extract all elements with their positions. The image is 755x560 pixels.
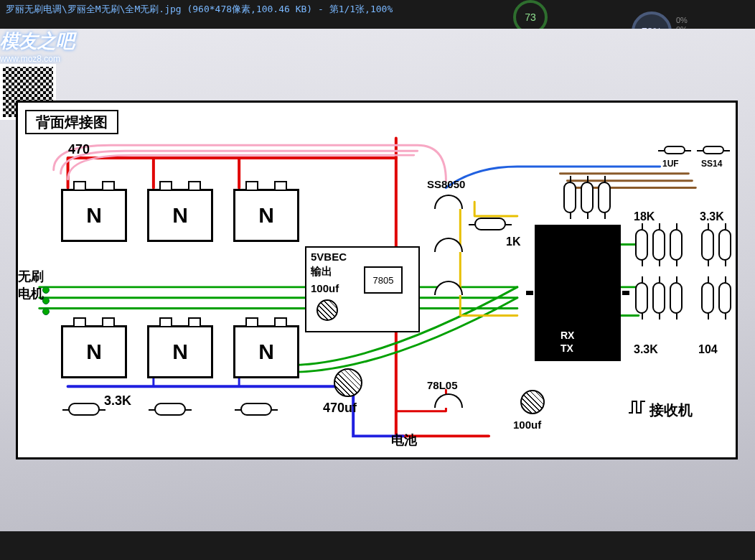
node-m3 — [42, 308, 50, 315]
res-18k-1 — [635, 229, 648, 261]
circuit-diagram: 背面焊接图 — [16, 101, 738, 459]
label-470uf: 470uf — [323, 401, 357, 416]
label-battery: 电池 — [391, 431, 417, 449]
label-100uf-a: 100uf — [311, 282, 339, 294]
label-3-3k-bottom: 3.3K — [634, 343, 658, 356]
mosfet-n6: N — [233, 325, 299, 378]
watermark-url: www.moz8.com — [0, 54, 755, 64]
res-33k-r1 — [701, 229, 714, 261]
label-18k: 18K — [634, 210, 655, 223]
reg-7805: 7805 — [364, 266, 403, 294]
label-rx: RX — [561, 330, 574, 341]
res-18k-3 — [670, 229, 683, 261]
mosfet-n2: N — [147, 189, 213, 242]
hud-green-value: 73 — [525, 11, 536, 23]
resistor-llow-1 — [68, 403, 100, 416]
node-m1 — [42, 286, 50, 294]
cap-470uf — [334, 368, 362, 397]
label-100uf-b: 100uf — [513, 419, 541, 431]
resistor-1k — [474, 218, 506, 230]
res-18k-2 — [652, 229, 665, 261]
cap-100uf-a — [316, 299, 338, 321]
label-1k: 1K — [506, 235, 520, 248]
label-ss8050: SS8050 — [427, 178, 465, 190]
label-78l05: 78L05 — [427, 379, 458, 391]
label-tx: TX — [561, 342, 573, 354]
res-33k-r4 — [718, 282, 731, 314]
label-3-3k-right: 3.3K — [700, 210, 724, 223]
regulator-box: 5VBEC 输出 100uf 7805 — [305, 246, 420, 332]
res-33k-r3 — [701, 282, 714, 314]
mosfet-n3: N — [233, 189, 299, 242]
res-mid-1 — [635, 282, 648, 314]
cap-1uf — [664, 146, 685, 154]
label-vbec-out: 输出 — [311, 265, 332, 279]
label-3-3k-left: 3.3K — [104, 393, 131, 409]
hud-side-top: 0% — [676, 16, 688, 25]
pulse-icon — [628, 398, 647, 416]
label-1uf: 1UF — [662, 159, 679, 169]
watermark: 模友之吧 www.moz8.com — [0, 29, 755, 64]
label-104: 104 — [698, 343, 718, 356]
mosfet-n4: N — [61, 325, 127, 378]
res-bank-a2 — [581, 182, 594, 213]
res-bank-a3 — [598, 182, 611, 213]
res-33k-r2 — [718, 229, 731, 261]
label-ss14: SS14 — [701, 159, 722, 169]
res-mid-2 — [652, 282, 665, 314]
resistor-llow-3 — [240, 403, 272, 416]
mosfet-n5: N — [147, 325, 213, 378]
diode-ss14 — [703, 146, 724, 154]
res-bank-a1 — [563, 182, 576, 213]
resistor-llow-2 — [154, 403, 186, 416]
node-m2 — [42, 297, 50, 304]
photo-surface: 背面焊接图 — [0, 29, 755, 531]
mcu-chip: RX TX — [535, 225, 621, 361]
label-470: 470 — [68, 142, 90, 157]
mosfet-n1: N — [61, 189, 127, 242]
watermark-text: 模友之吧 — [0, 30, 75, 52]
cap-100uf-b — [520, 390, 545, 414]
label-5vbec: 5VBEC — [311, 251, 347, 263]
res-mid-3 — [670, 282, 683, 314]
label-receiver: 接收机 — [650, 401, 693, 420]
